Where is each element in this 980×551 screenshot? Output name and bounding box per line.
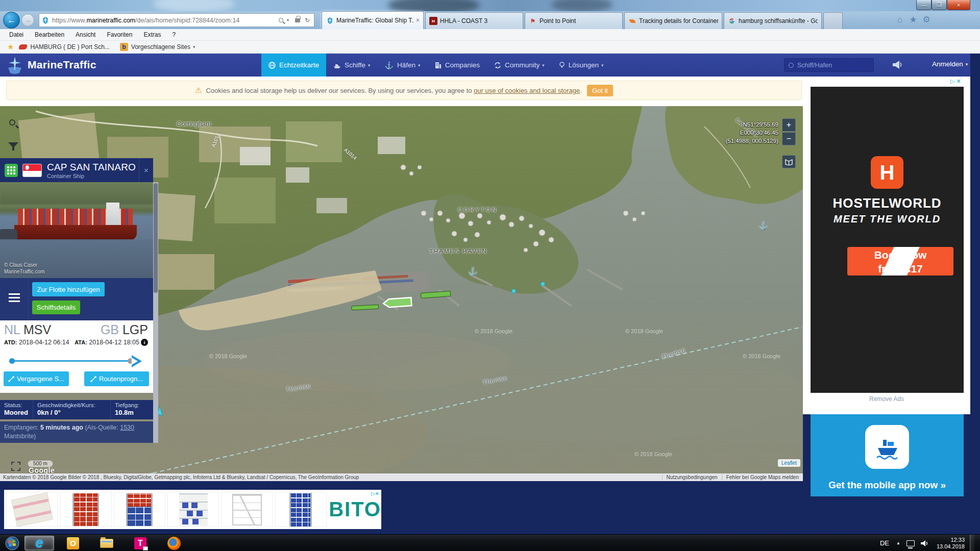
favorite-hamburg-port[interactable]: HAMBURG ( DE ) Port Sch... bbox=[30, 43, 109, 51]
grid-menu-button[interactable] bbox=[5, 164, 18, 177]
menu-extras[interactable]: Extras bbox=[143, 31, 161, 38]
leaflet-attribution[interactable]: Leaflet bbox=[778, 459, 800, 467]
menu-bearbeiten[interactable]: Bearbeiten bbox=[35, 31, 64, 38]
nav-haefen[interactable]: ⚓ Häfen▾ bbox=[378, 54, 428, 77]
hostelworld-ad[interactable]: H HOSTELWORLD MEET THE WORLD Book Now fr… bbox=[811, 87, 964, 393]
add-favorite-star-icon[interactable]: ★ bbox=[7, 42, 14, 52]
glass-blur-blob bbox=[153, 0, 235, 11]
tab-hhla[interactable]: H HHLA - COAST 3 bbox=[425, 12, 523, 29]
nav-echtzeitkarte[interactable]: Echtzeitkarte bbox=[261, 54, 326, 77]
menu-favoriten[interactable]: Favoriten bbox=[107, 31, 132, 38]
internet-explorer-icon: e bbox=[35, 535, 43, 551]
ship-details-button[interactable]: Schiffsdetails bbox=[32, 300, 80, 314]
book-now-button[interactable]: Book Now from €17 bbox=[847, 247, 953, 276]
panel-scrollbar-thumb[interactable] bbox=[154, 183, 158, 293]
route-forecast-button[interactable]: Routenprogn... bbox=[84, 371, 149, 386]
window-maximize-button[interactable]: ❐ bbox=[932, 0, 947, 10]
nav-companies[interactable]: Companies bbox=[428, 54, 487, 77]
ship-photo[interactable]: © Claus Caser MarineTraffic.com bbox=[0, 182, 153, 278]
fullscreen-icon[interactable] bbox=[11, 462, 20, 471]
selected-vessel-marker[interactable] bbox=[381, 296, 413, 309]
atd: ATD: 2018-04-12 06:14 bbox=[4, 339, 69, 346]
taskbar-firefox[interactable] bbox=[159, 536, 189, 550]
settings-gear-icon[interactable]: ⚙ bbox=[920, 14, 933, 25]
cookie-policy-link[interactable]: our use of cookies and local storage bbox=[474, 87, 580, 94]
vessel-dot-marker[interactable] bbox=[511, 289, 516, 293]
back-button[interactable]: ← bbox=[3, 12, 20, 29]
google-watermark: © 2018 Google bbox=[209, 353, 247, 359]
tray-expand-icon[interactable]: ▲ bbox=[896, 541, 900, 545]
ais-source-link[interactable]: 1530 bbox=[120, 424, 134, 431]
language-indicator[interactable]: DE bbox=[880, 539, 889, 547]
tab-tracking[interactable]: Tracking details for Container ... bbox=[624, 12, 722, 29]
suggested-sites[interactable]: Vorgeschlagene Sites bbox=[131, 43, 190, 51]
window-close-button[interactable]: × bbox=[947, 0, 970, 10]
port-anchor-marker[interactable]: ⚓ bbox=[758, 221, 768, 230]
search-icon[interactable] bbox=[279, 18, 283, 22]
menu-datei[interactable]: Datei bbox=[9, 31, 23, 38]
tab-google[interactable]: hamburg schiffsankünfte - Go... bbox=[724, 12, 822, 29]
tab-title: MarineTraffic: Global Ship T... bbox=[336, 17, 414, 24]
tab-title: Tracking details for Container ... bbox=[639, 17, 718, 24]
address-bar[interactable]: https://www.marinetraffic.com/de/ais/hom… bbox=[39, 13, 314, 27]
info-icon[interactable]: i bbox=[141, 339, 148, 346]
panel-close-button[interactable]: × bbox=[139, 158, 153, 182]
glass-blur-blob bbox=[551, 0, 612, 11]
menu-hilfe[interactable]: ? bbox=[172, 31, 176, 38]
ad-product-image bbox=[167, 492, 219, 527]
app-ad-text: Get the mobile app now » bbox=[811, 480, 964, 491]
browser-toolbar-icons: ⌂ ★ ⚙ bbox=[893, 14, 933, 25]
adchoices-icon[interactable]: ▷ ✕ bbox=[950, 78, 961, 85]
marinetraffic-logo-icon bbox=[4, 55, 26, 76]
bito-ad-banner[interactable]: BITO ▷✕ bbox=[4, 490, 381, 529]
adchoices-icon[interactable]: ▷✕ bbox=[371, 491, 379, 496]
login-button[interactable]: Anmelden ▾ bbox=[932, 60, 968, 68]
menu-ansicht[interactable]: Ansicht bbox=[76, 31, 95, 38]
nav-community[interactable]: Community▾ bbox=[487, 54, 552, 77]
nav-loesungen[interactable]: Lösungen▾ bbox=[552, 54, 611, 77]
search-dropdown-caret[interactable]: ▾ bbox=[283, 18, 292, 22]
favorites-star-icon[interactable]: ★ bbox=[906, 14, 920, 25]
map-layers-button[interactable] bbox=[782, 155, 796, 168]
nav-schiffe[interactable]: Schiffe▾ bbox=[326, 54, 378, 77]
panel-scrollbar[interactable] bbox=[153, 182, 158, 443]
remove-ads-link[interactable]: Remove Ads bbox=[803, 395, 970, 403]
forward-button[interactable]: → bbox=[21, 14, 34, 27]
window-minimize-button[interactable]: — bbox=[916, 0, 932, 10]
past-track-button[interactable]: Vergangene S... bbox=[4, 371, 69, 386]
map-filter-button[interactable] bbox=[8, 142, 18, 152]
refresh-icon[interactable]: ↻ bbox=[303, 17, 312, 24]
new-tab-button[interactable] bbox=[823, 12, 843, 29]
show-desktop-button[interactable] bbox=[970, 535, 975, 551]
cookie-accept-button[interactable]: Got it bbox=[587, 85, 613, 96]
status-label: Status: bbox=[4, 402, 29, 409]
google-favicon bbox=[728, 17, 736, 25]
announcements-icon[interactable] bbox=[891, 59, 903, 70]
zoom-in-button[interactable]: + bbox=[782, 118, 796, 132]
favorites-bar: ★ HAMBURG ( DE ) Port Sch... b Vorgeschl… bbox=[0, 41, 980, 54]
hamburger-menu-icon[interactable] bbox=[9, 293, 20, 295]
mobile-app-ad[interactable]: Get the mobile app now » bbox=[811, 414, 964, 496]
taskbar-internet-explorer[interactable]: e bbox=[24, 536, 54, 550]
network-icon[interactable] bbox=[906, 540, 915, 546]
volume-icon[interactable] bbox=[921, 540, 928, 547]
taskbar-telekom[interactable]: T bbox=[126, 536, 155, 550]
site-search-input[interactable]: Schiff/Hafen bbox=[784, 58, 874, 72]
home-icon[interactable]: ⌂ bbox=[893, 15, 906, 25]
tab-point-to-point[interactable]: ⚑ Point to Point bbox=[525, 12, 623, 29]
vessel-dot-marker[interactable] bbox=[541, 282, 545, 286]
zoom-out-button[interactable]: − bbox=[782, 132, 796, 145]
port-anchor-marker[interactable]: ⚓ bbox=[468, 267, 478, 276]
taskbar-explorer[interactable] bbox=[92, 536, 121, 550]
nav-label: Häfen bbox=[397, 61, 415, 69]
start-button[interactable] bbox=[2, 536, 22, 550]
tab-marinetraffic[interactable]: MarineTraffic: Global Ship T... × bbox=[322, 11, 424, 29]
report-error-link[interactable]: Fehler bei Google Maps melden bbox=[722, 474, 803, 480]
add-to-fleet-button[interactable]: Zur Flotte hinzufügen bbox=[32, 282, 105, 296]
tab-close-icon[interactable]: × bbox=[416, 17, 420, 24]
map-search-button[interactable] bbox=[8, 118, 19, 130]
taskbar-outlook[interactable]: O bbox=[58, 536, 88, 550]
suggested-sites-caret[interactable]: ▾ bbox=[193, 44, 195, 49]
terms-link[interactable]: Nutzungsbedingungen bbox=[662, 474, 722, 480]
taskbar-clock[interactable]: 12:33 13.04.2018 bbox=[937, 537, 965, 550]
